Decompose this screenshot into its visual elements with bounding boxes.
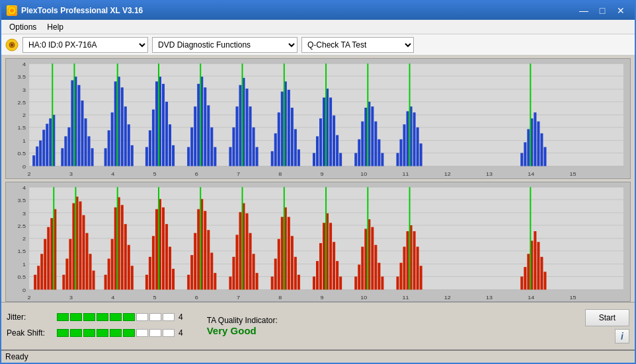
svg-rect-207 — [149, 256, 151, 289]
svg-text:11: 11 — [403, 294, 409, 300]
title-bar-controls: — □ ✕ — [575, 4, 629, 17]
svg-rect-101 — [313, 153, 315, 166]
jitter-seg-3 — [83, 313, 95, 321]
svg-rect-218 — [197, 209, 200, 289]
svg-text:2.5: 2.5 — [18, 223, 26, 229]
svg-rect-99 — [294, 129, 297, 166]
svg-rect-97 — [288, 90, 290, 166]
svg-rect-193 — [82, 215, 85, 289]
svg-rect-182 — [40, 254, 43, 289]
function-select[interactable]: DVD Diagnostic Functions — [152, 37, 298, 53]
peak-seg-2 — [70, 329, 82, 337]
close-button[interactable]: ✕ — [612, 4, 629, 17]
svg-rect-253 — [361, 246, 364, 289]
svg-rect-124 — [413, 112, 416, 166]
svg-rect-132 — [537, 122, 539, 166]
svg-rect-234 — [274, 258, 277, 289]
svg-text:13: 13 — [486, 170, 493, 176]
svg-point-4 — [11, 44, 13, 46]
svg-text:9: 9 — [321, 170, 324, 176]
svg-rect-77 — [197, 84, 200, 166]
svg-rect-65 — [145, 147, 148, 166]
svg-rect-198 — [108, 258, 110, 289]
svg-rect-76 — [194, 106, 196, 166]
svg-text:15: 15 — [570, 170, 576, 176]
svg-rect-122 — [407, 111, 409, 166]
svg-rect-121 — [403, 124, 406, 166]
svg-text:11: 11 — [403, 170, 409, 176]
svg-text:4: 4 — [22, 184, 26, 190]
svg-rect-73 — [172, 145, 175, 166]
peak-seg-7 — [136, 329, 148, 337]
svg-rect-111 — [358, 139, 360, 166]
svg-rect-56 — [104, 148, 107, 166]
svg-rect-231 — [253, 254, 255, 289]
ta-quality-value: Very Good — [207, 325, 278, 336]
svg-rect-184 — [47, 227, 50, 289]
peak-seg-6 — [123, 329, 135, 337]
svg-text:2: 2 — [28, 170, 31, 176]
svg-rect-109 — [339, 153, 342, 166]
svg-rect-48 — [67, 127, 70, 166]
app-icon — [7, 5, 17, 16]
svg-rect-102 — [316, 136, 319, 166]
svg-rect-194 — [86, 233, 89, 289]
peak-seg-4 — [97, 329, 108, 337]
svg-rect-75 — [190, 127, 193, 166]
test-select[interactable]: Q-Check TA Test — [301, 37, 414, 53]
svg-rect-133 — [540, 133, 543, 166]
info-button[interactable]: i — [615, 329, 629, 344]
svg-rect-202 — [121, 205, 124, 289]
svg-text:8: 8 — [278, 170, 282, 176]
svg-rect-116 — [374, 122, 377, 166]
svg-rect-61 — [121, 87, 124, 166]
maximize-button[interactable]: □ — [594, 4, 611, 17]
svg-text:0.5: 0.5 — [18, 151, 26, 157]
svg-text:15: 15 — [570, 294, 576, 300]
svg-rect-224 — [229, 276, 231, 289]
bottom-chart: 4 3.5 3 2.5 2 1.5 1 0.5 0 2 3 4 5 6 7 8 … — [5, 182, 631, 303]
svg-rect-267 — [420, 266, 422, 289]
drive-select[interactable]: HA:0 ID:0 PX-716A — [22, 37, 148, 53]
svg-rect-67 — [152, 110, 155, 166]
peak-shift-meter: 4 — [57, 328, 183, 338]
menu-options[interactable]: Options — [4, 21, 42, 33]
svg-rect-256 — [371, 227, 374, 289]
svg-rect-235 — [278, 238, 280, 289]
svg-rect-103 — [319, 118, 322, 166]
svg-rect-52 — [81, 100, 83, 166]
svg-rect-240 — [294, 256, 297, 289]
jitter-seg-1 — [57, 313, 69, 321]
svg-text:4: 4 — [111, 294, 114, 300]
svg-rect-204 — [128, 244, 130, 289]
svg-rect-221 — [207, 230, 210, 289]
svg-rect-84 — [232, 127, 235, 166]
svg-rect-55 — [91, 148, 94, 166]
svg-rect-74 — [187, 147, 190, 166]
svg-rect-251 — [354, 276, 357, 289]
svg-point-1 — [10, 9, 14, 13]
jitter-seg-7 — [136, 313, 148, 321]
ta-quality-section: TA Quality Indicator: Very Good — [207, 316, 278, 336]
svg-rect-98 — [291, 108, 294, 166]
svg-rect-62 — [124, 106, 127, 166]
menu-help[interactable]: Help — [42, 21, 69, 33]
svg-text:10: 10 — [360, 294, 367, 300]
svg-rect-71 — [165, 102, 168, 166]
title-bar: PlexTools Professional XL V3.16 — □ ✕ — [1, 1, 635, 20]
minimize-button[interactable]: — — [575, 4, 592, 17]
svg-rect-217 — [194, 233, 196, 289]
svg-rect-107 — [333, 116, 335, 166]
svg-rect-53 — [85, 118, 87, 166]
svg-rect-252 — [358, 264, 360, 289]
svg-text:14: 14 — [528, 294, 534, 300]
svg-rect-190 — [72, 203, 75, 289]
svg-text:4: 4 — [111, 170, 114, 176]
svg-text:2: 2 — [28, 294, 31, 300]
start-button[interactable]: Start — [585, 309, 629, 326]
svg-rect-108 — [336, 135, 338, 166]
svg-rect-41 — [39, 141, 42, 166]
svg-rect-269 — [524, 267, 526, 289]
svg-rect-88 — [246, 89, 249, 166]
svg-text:2: 2 — [22, 112, 26, 118]
